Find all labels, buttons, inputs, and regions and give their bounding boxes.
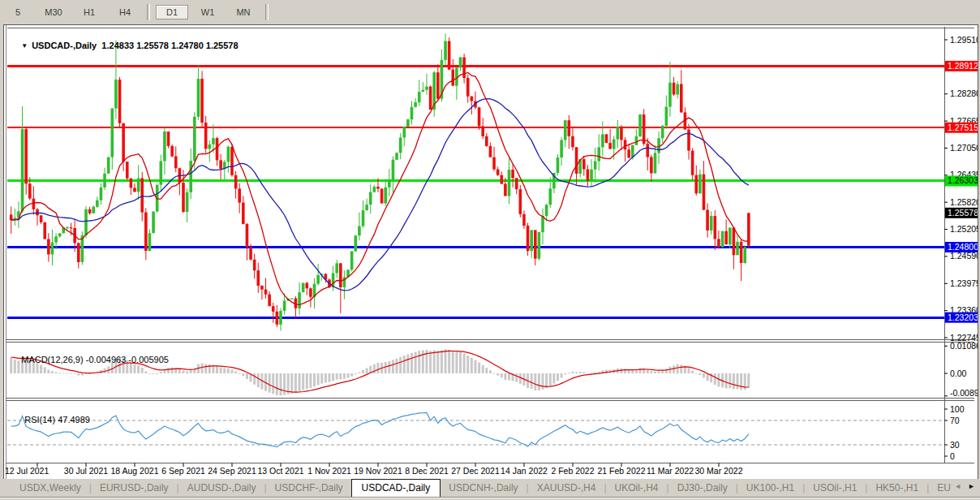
svg-text:2 Feb 2022: 2 Feb 2022 — [551, 466, 594, 476]
svg-text:1.27515: 1.27515 — [948, 123, 978, 132]
svg-text:12 Jul 2021: 12 Jul 2021 — [5, 466, 49, 476]
svg-text:27 Dec 2021: 27 Dec 2021 — [451, 466, 500, 476]
svg-text:6 Sep 2021: 6 Sep 2021 — [161, 466, 205, 476]
svg-text:1.26303: 1.26303 — [948, 175, 978, 185]
chart-tab-usdcad-daily[interactable]: USDCAD-,Daily — [351, 479, 441, 497]
chart-symbol-label: USDCAD-,Daily — [32, 41, 97, 50]
svg-text:30 Mar 2022: 30 Mar 2022 — [695, 466, 743, 476]
timeframe-toolbar: 5M30H1H4D1W1MN — [0, 0, 980, 24]
macd-values: -0.004963 -0.005905 — [86, 355, 169, 364]
chart-tab-strip: USDX,Weekly|EURUSD-,Daily|AUDUSD-,Daily|… — [0, 479, 952, 497]
tab-scroll-left-icon[interactable]: ◄ — [954, 482, 961, 490]
macd-indicator-label: MACD(12,26,9) -0.004963 -0.005905 — [11, 345, 169, 374]
symbol-dropdown-icon[interactable]: ▼ — [21, 42, 28, 50]
chart-tab-usdcnh-daily[interactable]: USDCNH-,Daily — [441, 480, 526, 497]
rsi-value: 47.4989 — [58, 415, 90, 425]
svg-text:70: 70 — [950, 416, 960, 425]
chart-tab-usoil-h1[interactable]: USOil-,H1 — [805, 480, 865, 497]
svg-text:1.24590: 1.24590 — [950, 251, 978, 261]
svg-text:1.27050: 1.27050 — [950, 143, 978, 153]
svg-text:1.25578: 1.25578 — [948, 208, 978, 218]
chart-title: ▼USDCAD-,Daily 1.24833 1.25578 1.24780 1… — [11, 31, 239, 60]
svg-text:21 Feb 2022: 21 Feb 2022 — [598, 466, 646, 476]
svg-text:30 Jul 2021: 30 Jul 2021 — [64, 466, 108, 476]
svg-text:8 Dec 2021: 8 Dec 2021 — [405, 466, 449, 476]
svg-text:0: 0 — [950, 451, 955, 461]
toolbar-separator — [265, 4, 269, 20]
svg-text:-0.008974: -0.008974 — [950, 388, 978, 398]
toolbar-separator — [147, 4, 150, 20]
timeframe-button-h1[interactable]: H1 — [73, 5, 105, 19]
svg-text:1.28912: 1.28912 — [948, 61, 978, 71]
svg-text:1.29510: 1.29510 — [950, 35, 978, 45]
svg-text:0.00: 0.00 — [950, 369, 967, 378]
svg-text:18 Aug 2021: 18 Aug 2021 — [111, 466, 159, 476]
chart-tab-dj30-daily[interactable]: DJ30-,Daily — [669, 480, 736, 497]
chart-ohlc-values: 1.24833 1.25578 1.24780 1.25578 — [101, 41, 238, 50]
chart-tab-bar: USDX,Weekly|EURUSD-,Daily|AUDUSD-,Daily|… — [0, 479, 980, 498]
svg-text:0.010869: 0.010869 — [950, 341, 978, 351]
chart-tab-audusd-daily[interactable]: AUDUSD-,Daily — [179, 480, 264, 497]
svg-text:1.23975: 1.23975 — [950, 278, 978, 288]
timeframe-button-5[interactable]: 5 — [2, 5, 34, 19]
svg-text:1.24800: 1.24800 — [948, 242, 978, 252]
timeframe-button-mn[interactable]: MN — [227, 5, 260, 19]
chart-tab-xauusd-h4[interactable]: XAUUSD-,H4 — [529, 480, 604, 497]
tab-scroll-right-icon[interactable]: ► — [968, 482, 975, 490]
timeframe-button-d1[interactable]: D1 — [156, 5, 188, 19]
svg-text:1.25205: 1.25205 — [950, 224, 978, 234]
svg-text:1 Nov 2021: 1 Nov 2021 — [307, 466, 351, 476]
chart-tab-ukoil-h4[interactable]: UKOil-,H4 — [607, 480, 667, 497]
chart-tab-eu[interactable]: EU — [929, 480, 952, 497]
timeframe-button-w1[interactable]: W1 — [191, 5, 224, 19]
svg-text:11 Mar 2022: 11 Mar 2022 — [647, 466, 694, 476]
rsi-indicator-label: RSI(14) 47.4989 — [15, 405, 90, 434]
timeframe-button-h4[interactable]: H4 — [109, 5, 141, 19]
svg-text:1.25820: 1.25820 — [950, 197, 978, 207]
svg-text:13 Oct 2021: 13 Oct 2021 — [257, 466, 303, 476]
svg-text:24 Sep 2021: 24 Sep 2021 — [208, 466, 256, 476]
svg-text:100: 100 — [950, 404, 965, 414]
chart-tab-usdchf-daily[interactable]: USDCHF-,Daily — [267, 480, 351, 497]
tab-scroll-arrows: ◄ ► — [952, 479, 980, 497]
timeframe-button-m30[interactable]: M30 — [37, 5, 70, 19]
chart-window[interactable]: ▼USDCAD-,Daily 1.24833 1.25578 1.24780 1… — [3, 24, 978, 480]
chart-tab-eurusd-daily[interactable]: EURUSD-,Daily — [92, 480, 177, 497]
svg-text:1.28280: 1.28280 — [950, 88, 978, 98]
chart-tab-usdx-weekly[interactable]: USDX,Weekly — [11, 480, 89, 497]
svg-text:30: 30 — [950, 440, 960, 450]
chart-tab-uk100-h1[interactable]: UK100-,H1 — [738, 480, 802, 497]
svg-text:14 Jan 2022: 14 Jan 2022 — [501, 466, 548, 476]
price-chart-canvas[interactable]: 1.295101.282801.276651.270501.264351.258… — [4, 25, 978, 479]
svg-text:1.23203: 1.23203 — [948, 312, 978, 322]
svg-text:19 Nov 2021: 19 Nov 2021 — [354, 466, 402, 476]
chart-tab-hk50-h1[interactable]: HK50-,H1 — [867, 480, 926, 497]
